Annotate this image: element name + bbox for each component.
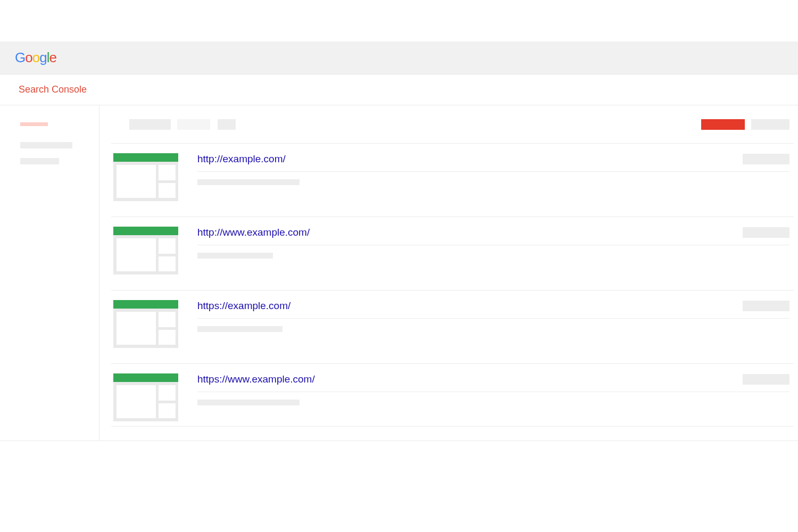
thumb-main-area [117,238,156,271]
thumb-side-box [159,183,176,198]
main-content: http://example.com/ [99,105,798,440]
product-title[interactable]: Search Console [19,84,87,95]
header-bar: Google [0,41,798,74]
toolbar-filter[interactable] [218,119,236,130]
manage-property-button[interactable] [743,301,789,311]
manage-property-button[interactable] [743,154,789,164]
google-logo[interactable]: Google [15,49,56,66]
property-status-line [197,253,273,259]
logo-letter: o [32,49,39,65]
property-status-line [197,326,282,332]
property-status-line [197,400,300,405]
thumb-side-box [159,165,176,180]
property-row: https://example.com/ [111,290,794,364]
toolbar-right [701,119,794,130]
thumb-side-box [159,385,176,401]
page-bottom-border [0,440,798,441]
property-row: https://www.example.com/ [111,364,794,427]
sidebar-item-active[interactable] [20,122,48,126]
secondary-button[interactable] [751,119,789,130]
logo-letter: g [39,49,46,65]
thumb-side-box [159,312,176,327]
site-thumbnail[interactable] [113,227,178,275]
thumb-side-box [159,256,176,272]
sidebar [0,105,99,440]
thumb-sidebar [159,238,176,271]
property-status-line [197,179,300,185]
sidebar-item[interactable] [20,158,59,164]
thumb-sidebar [159,165,176,198]
property-details: https://example.com/ [178,300,794,363]
thumb-header-bar [113,373,178,382]
logo-letter: e [49,49,56,65]
toolbar-filter[interactable] [177,119,210,130]
manage-property-button[interactable] [743,374,789,385]
property-url-link[interactable]: http://www.example.com/ [197,227,310,238]
thumb-header-bar [113,300,178,309]
thumb-sidebar [159,312,176,345]
site-thumbnail[interactable] [113,300,178,348]
thumb-side-box [159,238,176,254]
subheader: Search Console [0,74,798,105]
add-property-button[interactable] [701,119,745,130]
content-area: http://example.com/ [0,105,798,440]
thumb-body [117,238,176,271]
toolbar-left [129,119,236,130]
thumb-header-bar [113,153,178,162]
thumb-main-area [117,165,156,198]
property-header-row: http://www.example.com/ [197,227,789,245]
property-row: http://example.com/ [111,144,794,217]
logo-letter: o [25,49,32,65]
site-thumbnail[interactable] [113,373,178,421]
property-details: https://www.example.com/ [178,373,794,426]
sidebar-item[interactable] [20,142,72,148]
thumb-main-area [117,385,156,418]
property-header-row: http://example.com/ [197,153,789,172]
thumb-sidebar [159,385,176,418]
logo-letter: G [15,49,25,65]
site-thumbnail[interactable] [113,153,178,201]
thumb-body [117,312,176,345]
thumb-body [117,165,176,198]
thumb-side-box [159,330,176,345]
thumb-side-box [159,403,176,419]
property-details: http://www.example.com/ [178,227,794,290]
property-header-row: https://example.com/ [197,300,789,319]
thumb-body [117,385,176,418]
property-url-link[interactable]: https://example.com/ [197,300,290,312]
thumb-header-bar [113,227,178,235]
property-url-link[interactable]: http://example.com/ [197,153,286,165]
property-row: http://www.example.com/ [111,217,794,290]
property-header-row: https://www.example.com/ [197,373,789,392]
toolbar [111,105,794,144]
property-url-link[interactable]: https://www.example.com/ [197,373,315,385]
toolbar-filter[interactable] [129,119,171,130]
manage-property-button[interactable] [743,227,789,238]
thumb-main-area [117,312,156,345]
property-details: http://example.com/ [178,153,794,217]
